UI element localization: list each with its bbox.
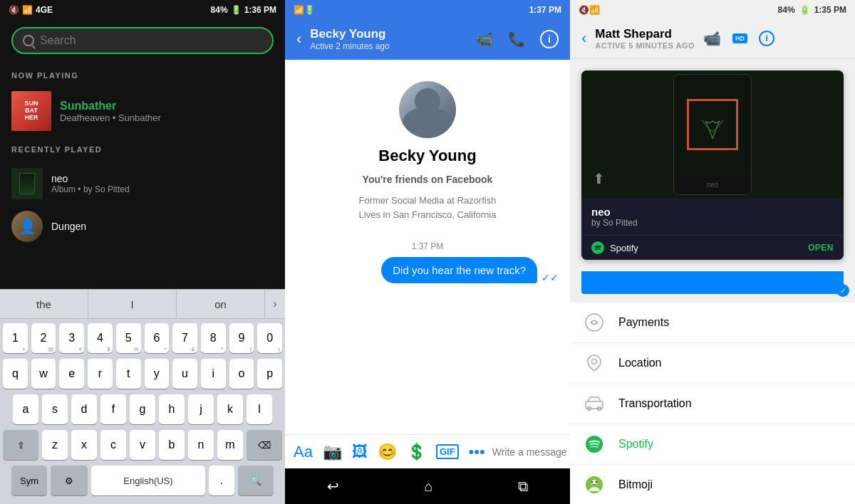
key-x[interactable]: x	[71, 430, 97, 460]
sym-key[interactable]: Sym	[11, 466, 47, 495]
key-0[interactable]: 0)	[257, 323, 282, 353]
key-8[interactable]: 8*	[201, 323, 226, 353]
phone-call-icon[interactable]: 📞	[508, 31, 526, 48]
suggestion-arrow[interactable]: ›	[265, 298, 285, 310]
key-e[interactable]: e	[59, 359, 84, 389]
payments-menu-item[interactable]: Payments	[570, 303, 855, 343]
more-icon[interactable]: •••	[469, 443, 485, 461]
now-playing-item[interactable]: SUNBATHER Sunbather Deafheaven • Sunbath…	[0, 85, 285, 137]
key-4[interactable]: 4$	[88, 323, 113, 353]
detail-status-bar: 🔇📶 84% 🔋 1:35 PM	[570, 0, 855, 20]
key-a[interactable]: a	[13, 394, 38, 424]
period-key[interactable]: .	[209, 466, 234, 495]
detail-hd-icon[interactable]: HD	[732, 33, 747, 43]
recents-nav-icon[interactable]: ⧉	[518, 478, 528, 495]
space-key[interactable]: English(US)	[91, 466, 205, 495]
suggestion-on[interactable]: on	[177, 290, 265, 318]
search-box[interactable]	[11, 27, 274, 54]
list-item[interactable]: 👤 Dungen	[0, 205, 285, 248]
gif-icon[interactable]: GIF	[436, 444, 459, 459]
spotify-card[interactable]: neo ⬆ neo by So Pitted Spotify OPEN	[581, 70, 844, 260]
key-f[interactable]: f	[100, 394, 126, 424]
key-g[interactable]: g	[130, 394, 155, 424]
back-button[interactable]: ‹	[296, 30, 301, 48]
detail-battery: 84%	[778, 5, 795, 15]
video-call-icon[interactable]: 📹	[476, 31, 494, 48]
contact-card-friends: You're friends on Facebook	[363, 174, 493, 185]
clock: 1:36 PM	[244, 5, 276, 15]
contact-card: Becky Young You're friends on Facebook F…	[285, 60, 570, 236]
key-j[interactable]: j	[188, 394, 214, 424]
key-2[interactable]: 2@	[31, 323, 56, 353]
search-input[interactable]	[40, 34, 262, 47]
location-menu-item[interactable]: Location	[570, 343, 855, 384]
blue-action-bar[interactable]	[581, 271, 844, 294]
spotify-card-info: neo by So Pitted	[581, 199, 844, 235]
key-w[interactable]: w	[31, 359, 56, 389]
key-r[interactable]: r	[88, 359, 113, 389]
suggestion-i[interactable]: I	[88, 290, 177, 318]
key-i[interactable]: i	[201, 359, 226, 389]
detail-info-icon[interactable]: i	[759, 31, 774, 46]
key-y[interactable]: y	[145, 359, 170, 389]
zxcv-row: ⇧ z x c v b n m ⌫	[3, 430, 282, 460]
key-u[interactable]: u	[172, 359, 197, 389]
camera-icon[interactable]: 📷	[323, 443, 342, 461]
contact-name: Becky Young	[310, 27, 467, 41]
aa-icon[interactable]: Aa	[294, 443, 313, 461]
wifi-icon: 📶	[22, 5, 33, 15]
emoji-icon[interactable]: 😊	[378, 443, 397, 461]
contact-card-detail: Former Social Media at Razorfish Lives i…	[359, 194, 497, 221]
detail-menu-items: Payments Location	[570, 303, 855, 504]
key-l[interactable]: l	[247, 394, 272, 424]
rp-title-dungen: Dungen	[51, 221, 86, 232]
key-7[interactable]: 7&	[172, 323, 197, 353]
key-b[interactable]: b	[159, 430, 185, 460]
detail-video-icon[interactable]: 📹	[703, 30, 721, 47]
settings-key[interactable]: ⚙	[51, 466, 88, 495]
message-bubble-row: Did you hear the new track? ✓✓	[296, 257, 559, 283]
key-m[interactable]: m	[217, 430, 243, 460]
search-keyboard-key[interactable]: 🔍	[238, 466, 274, 495]
spotify-menu-item[interactable]: Spotify	[570, 424, 855, 465]
backspace-key[interactable]: ⌫	[247, 430, 282, 460]
home-nav-icon[interactable]: ⌂	[424, 478, 432, 495]
key-t[interactable]: t	[116, 359, 141, 389]
svg-point-2	[592, 359, 597, 364]
key-3[interactable]: 3#	[59, 323, 84, 353]
suggestion-the[interactable]: the	[0, 290, 88, 318]
shift-key[interactable]: ⇧	[3, 430, 38, 460]
avatar-silhouette	[399, 81, 456, 138]
key-6[interactable]: 6^	[145, 323, 170, 353]
detail-back-button[interactable]: ‹	[581, 29, 586, 48]
key-v[interactable]: v	[130, 430, 155, 460]
payment-icon[interactable]: 💲	[407, 443, 426, 461]
detail-body: neo ⬆ neo by So Pitted Spotify OPEN	[570, 59, 855, 504]
key-q[interactable]: q	[3, 359, 28, 389]
key-s[interactable]: s	[42, 394, 68, 424]
bottom-row: Sym ⚙ English(US) . 🔍	[3, 466, 282, 495]
message-area: 1:37 PM Did you hear the new track? ✓✓	[285, 236, 570, 289]
key-1[interactable]: 1+	[3, 323, 28, 353]
key-o[interactable]: o	[229, 359, 254, 389]
back-nav-icon[interactable]: ↩	[327, 478, 339, 495]
open-spotify-button[interactable]: OPEN	[808, 243, 834, 253]
bitmoji-menu-item[interactable]: Bitmoji	[570, 465, 855, 504]
message-input[interactable]	[492, 442, 570, 462]
key-k[interactable]: k	[217, 394, 243, 424]
key-5[interactable]: 5%	[116, 323, 141, 353]
key-z[interactable]: z	[42, 430, 68, 460]
spotify-circle-icon	[585, 435, 603, 453]
key-h[interactable]: h	[159, 394, 185, 424]
info-icon[interactable]: i	[540, 30, 559, 48]
image-icon[interactable]: 🖼	[352, 443, 368, 461]
key-p[interactable]: p	[257, 359, 282, 389]
list-item[interactable]: neo Album • by So Pitted	[0, 162, 285, 205]
plant-svg	[695, 107, 730, 142]
key-n[interactable]: n	[188, 430, 214, 460]
transportation-menu-item[interactable]: Transportation	[570, 384, 855, 424]
key-9[interactable]: 9(	[229, 323, 254, 353]
key-c[interactable]: c	[100, 430, 126, 460]
key-d[interactable]: d	[71, 394, 97, 424]
spotify-phone-frame: neo	[673, 74, 752, 195]
